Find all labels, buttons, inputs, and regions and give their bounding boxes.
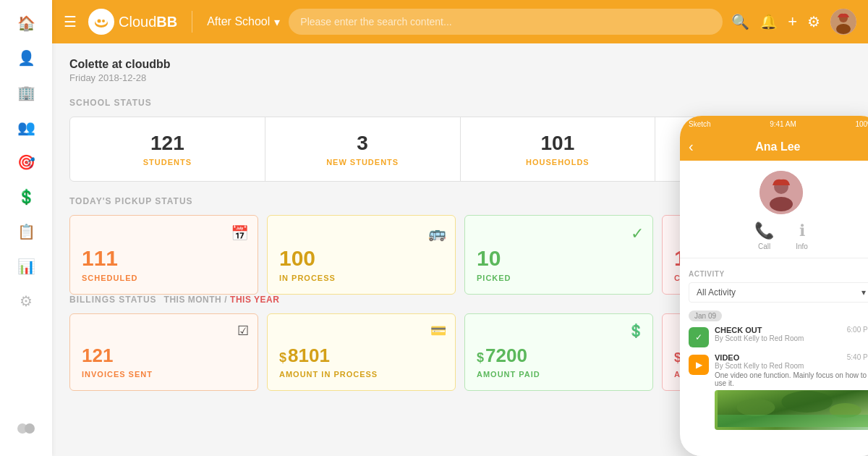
call-icon: 📞 [754,221,774,240]
content-area: Colette at cloudbb Friday 2018-12-28 SCH… [52,43,868,456]
sidebar-item-report[interactable]: 📋 [10,216,42,248]
scheduled-number: 111 [82,246,246,271]
svg-point-14 [781,391,833,413]
households-number: 101 [472,132,644,155]
user-avatar[interactable] [830,9,856,35]
pickup-in-process: 🚌 100 IN PROCESS [267,215,456,295]
in-process-number: 100 [279,246,443,271]
svg-point-1 [25,423,35,434]
battery: 100% [855,120,868,128]
scheduled-icon: 📅 [231,224,249,242]
new-students-number: 3 [277,132,448,155]
activity-checkout: ✓ CHECK OUT 6:00 PM By Scott Kelly to Re… [689,326,868,347]
scheduled-label: SCHEDULED [82,274,246,282]
billing-period: THIS MONTH/THIS YEAR [163,295,281,305]
new-students-label: NEW STUDENTS [277,158,448,166]
video-content: VIDEO 5:40 PM By Scott Kelly to Red Room… [715,353,868,430]
video-time: 5:40 PM [847,353,868,361]
header-actions: 🔍 🔔 + ⚙ [731,9,856,35]
billing-process-icon: 💳 [430,323,446,339]
stat-households: 101 HOUSEHOLDS [461,117,656,181]
billing-process-label: AMOUNT IN PROCESS [279,370,443,379]
menu-icon[interactable]: ☰ [64,13,77,30]
gear-icon[interactable]: ⚙ [807,13,820,30]
time: 9:41 AM [770,120,796,128]
header: ☰ CloudBB After School ▾ 🔍 🔔 + ⚙ [52,0,868,43]
picked-label: PICKED [477,274,641,282]
billing-paid: 💲 $7200 AMOUNT PAID [464,313,653,391]
mobile-activity: ACTIVITY All Activity ▾ Jan 09 ✓ CHECK O… [680,264,868,442]
filter-label: All Activity [697,287,736,297]
main-area: ☰ CloudBB After School ▾ 🔍 🔔 + ⚙ [52,0,868,456]
svg-rect-16 [718,415,868,427]
svg-point-3 [95,18,107,25]
video-description: One video one function. Mainly focus on … [715,371,868,387]
bell-icon[interactable]: 🔔 [760,13,778,30]
page-subtitle: Friday 2018-12-28 [69,72,851,83]
stat-new-students: 3 NEW STUDENTS [265,117,461,181]
video-icon: ▶ [689,355,709,375]
checkout-time: 6:00 PM [847,326,868,334]
in-process-label: IN PROCESS [279,274,443,282]
checkout-header: CHECK OUT 6:00 PM [715,326,868,334]
search-icon[interactable]: 🔍 [731,13,749,30]
stat-students: 121 STUDENTS [70,117,265,181]
sidebar-item-settings[interactable]: ⚙ [10,285,42,317]
filter-chevron: ▾ [861,287,866,297]
sidebar-item-users[interactable]: 👥 [10,111,42,143]
page-title: Colette at cloudbb [69,58,851,71]
contact-name: Ana Lee [699,140,856,153]
billing-process-amount: $8101 [279,345,443,367]
back-button[interactable]: ‹ [689,138,694,155]
logo: CloudBB [88,9,177,35]
svg-point-11 [770,197,793,211]
video-header: VIDEO 5:40 PM [715,353,868,362]
logo-text: CloudBB [119,14,177,30]
sidebar-item-chart[interactable]: 📊 [10,250,42,282]
mobile-contact-icons: 📞 Call ℹ Info [680,221,868,258]
call-label: Call [758,242,770,250]
dropdown-icon: ▾ [274,15,280,29]
billing-title: BILLINGS STATUS [69,295,157,305]
checkout-icon: ✓ [689,327,709,347]
info-icon-group[interactable]: ℹ Info [796,221,808,250]
activity-filter[interactable]: All Activity ▾ [689,282,868,303]
in-process-icon: 🚌 [428,224,446,242]
sidebar-item-dollar[interactable]: 💲 [10,181,42,213]
svg-point-13 [737,399,775,416]
students-label: STUDENTS [82,158,253,166]
checkout-title: CHECK OUT [715,326,762,334]
invoices-amount: 121 [82,345,246,367]
school-selector[interactable]: After School ▾ [207,15,280,29]
mobile-profile: 📞 Call ℹ Info [680,161,868,264]
sidebar-item-target[interactable]: 🎯 [10,146,42,178]
households-label: HOUSEHOLDS [472,158,644,166]
picked-icon: ✓ [631,224,644,243]
search-input[interactable] [289,9,723,35]
sidebar-item-building[interactable]: 🏢 [10,77,42,109]
school-name: After School [207,15,270,28]
svg-point-4 [98,20,101,23]
billing-paid-icon: 💲 [628,323,644,339]
activity-video: ▶ VIDEO 5:40 PM By Scott Kelly to Red Ro… [689,353,868,430]
sidebar-item-profile[interactable] [10,413,42,444]
video-title: VIDEO [715,353,739,362]
svg-point-5 [102,20,105,22]
sidebar-item-person[interactable]: 👤 [10,42,42,74]
mobile-overlay: Sketch 9:41 AM 100% ‹ Ana Lee [680,116,868,456]
plus-icon[interactable]: + [788,12,797,31]
call-icon-group[interactable]: 📞 Call [754,221,774,250]
logo-icon [88,9,114,35]
checkout-subtitle: By Scott Kelly to Red Room [715,334,868,342]
video-subtitle: By Scott Kelly to Red Room [715,362,868,370]
mobile-bottom [680,442,868,456]
picked-number: 10 [477,246,641,271]
mobile-status-bar: Sketch 9:41 AM 100% [680,116,868,132]
mobile-avatar [760,171,803,214]
billing-paid-amount: $7200 [477,345,641,367]
video-thumbnail [715,390,868,430]
students-number: 121 [82,132,253,155]
billing-paid-label: AMOUNT PAID [477,370,641,379]
date-badge: Jan 09 [689,311,722,321]
sidebar-item-home[interactable]: 🏠 [10,7,42,39]
